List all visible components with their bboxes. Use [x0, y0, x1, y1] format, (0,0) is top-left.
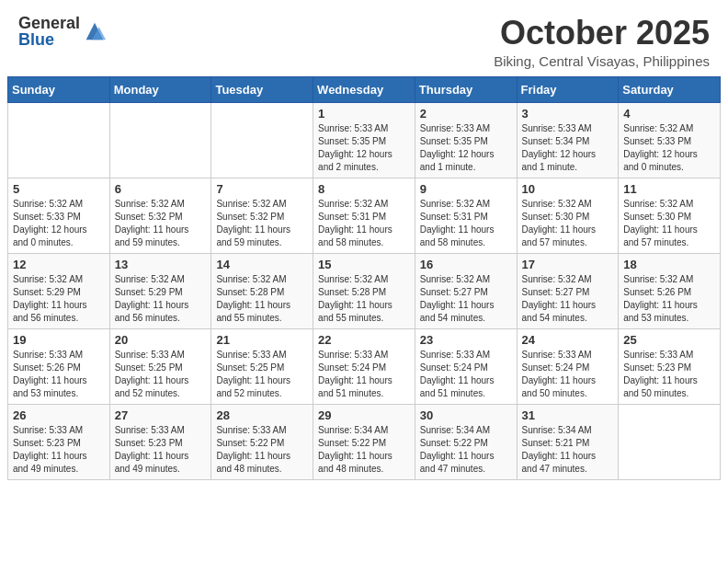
calendar-cell — [109, 102, 211, 178]
day-number: 22 — [318, 333, 410, 347]
cell-info: Sunrise: 5:33 AMSunset: 5:23 PMDaylight:… — [13, 424, 105, 476]
day-number: 1 — [318, 107, 410, 121]
day-number: 24 — [522, 333, 614, 347]
day-number: 11 — [623, 182, 715, 196]
day-number: 29 — [318, 408, 410, 422]
calendar-cell: 8Sunrise: 5:32 AMSunset: 5:31 PMDaylight… — [313, 178, 415, 253]
day-number: 10 — [522, 182, 614, 196]
location-title: Biking, Central Visayas, Philippines — [494, 53, 710, 69]
calendar-week-5: 26Sunrise: 5:33 AMSunset: 5:23 PMDayligh… — [8, 404, 721, 479]
weekday-header-wednesday: Wednesday — [313, 76, 415, 102]
calendar-cell — [619, 404, 721, 479]
cell-info: Sunrise: 5:33 AMSunset: 5:34 PMDaylight:… — [522, 122, 614, 174]
day-number: 30 — [420, 408, 512, 422]
calendar-cell: 16Sunrise: 5:32 AMSunset: 5:27 PMDayligh… — [415, 253, 517, 328]
calendar-cell: 17Sunrise: 5:32 AMSunset: 5:27 PMDayligh… — [517, 253, 619, 328]
day-number: 5 — [13, 182, 105, 196]
calendar-week-3: 12Sunrise: 5:32 AMSunset: 5:29 PMDayligh… — [8, 253, 721, 328]
cell-info: Sunrise: 5:32 AMSunset: 5:27 PMDaylight:… — [420, 273, 512, 325]
month-title: October 2025 — [494, 15, 710, 52]
day-number: 16 — [420, 258, 512, 271]
calendar-cell: 7Sunrise: 5:32 AMSunset: 5:32 PMDaylight… — [211, 178, 313, 253]
calendar-cell: 19Sunrise: 5:33 AMSunset: 5:26 PMDayligh… — [8, 328, 110, 404]
calendar-cell: 13Sunrise: 5:32 AMSunset: 5:29 PMDayligh… — [109, 253, 211, 328]
cell-info: Sunrise: 5:32 AMSunset: 5:32 PMDaylight:… — [115, 198, 207, 249]
title-block: October 2025 Biking, Central Visayas, Ph… — [494, 15, 710, 69]
calendar-cell: 3Sunrise: 5:33 AMSunset: 5:34 PMDaylight… — [517, 102, 619, 178]
calendar-cell: 18Sunrise: 5:32 AMSunset: 5:26 PMDayligh… — [619, 253, 721, 328]
cell-info: Sunrise: 5:32 AMSunset: 5:33 PMDaylight:… — [623, 122, 715, 174]
weekday-header-monday: Monday — [109, 76, 211, 102]
logo-blue-text: Blue — [18, 31, 80, 48]
day-number: 27 — [115, 408, 207, 422]
day-number: 25 — [623, 333, 715, 347]
calendar-cell: 30Sunrise: 5:34 AMSunset: 5:22 PMDayligh… — [415, 404, 517, 479]
cell-info: Sunrise: 5:33 AMSunset: 5:25 PMDaylight:… — [115, 349, 207, 400]
cell-info: Sunrise: 5:32 AMSunset: 5:28 PMDaylight:… — [318, 273, 410, 325]
calendar-week-4: 19Sunrise: 5:33 AMSunset: 5:26 PMDayligh… — [8, 328, 721, 404]
cell-info: Sunrise: 5:32 AMSunset: 5:30 PMDaylight:… — [623, 198, 715, 249]
calendar-table: SundayMondayTuesdayWednesdayThursdayFrid… — [7, 76, 721, 480]
day-number: 15 — [318, 258, 410, 271]
calendar-week-1: 1Sunrise: 5:33 AMSunset: 5:35 PMDaylight… — [8, 102, 721, 178]
cell-info: Sunrise: 5:32 AMSunset: 5:29 PMDaylight:… — [115, 273, 207, 325]
weekday-header-tuesday: Tuesday — [211, 76, 313, 102]
day-number: 26 — [13, 408, 105, 422]
day-number: 28 — [216, 408, 308, 422]
calendar-week-2: 5Sunrise: 5:32 AMSunset: 5:33 PMDaylight… — [8, 178, 721, 253]
calendar-cell — [8, 102, 110, 178]
cell-info: Sunrise: 5:34 AMSunset: 5:22 PMDaylight:… — [420, 424, 512, 476]
day-number: 3 — [522, 107, 614, 121]
calendar-cell: 12Sunrise: 5:32 AMSunset: 5:29 PMDayligh… — [8, 253, 110, 328]
calendar-cell: 6Sunrise: 5:32 AMSunset: 5:32 PMDaylight… — [109, 178, 211, 253]
calendar-cell: 20Sunrise: 5:33 AMSunset: 5:25 PMDayligh… — [109, 328, 211, 404]
weekday-header-saturday: Saturday — [619, 76, 721, 102]
day-number: 14 — [216, 258, 308, 271]
cell-info: Sunrise: 5:33 AMSunset: 5:35 PMDaylight:… — [318, 122, 410, 174]
day-number: 17 — [522, 258, 614, 271]
cell-info: Sunrise: 5:32 AMSunset: 5:31 PMDaylight:… — [318, 198, 410, 249]
day-number: 19 — [13, 333, 105, 347]
cell-info: Sunrise: 5:33 AMSunset: 5:24 PMDaylight:… — [318, 349, 410, 400]
cell-info: Sunrise: 5:34 AMSunset: 5:21 PMDaylight:… — [522, 424, 614, 476]
day-number: 6 — [115, 182, 207, 196]
weekday-header-friday: Friday — [517, 76, 619, 102]
day-number: 13 — [115, 258, 207, 271]
calendar-cell: 9Sunrise: 5:32 AMSunset: 5:31 PMDaylight… — [415, 178, 517, 253]
calendar-cell: 25Sunrise: 5:33 AMSunset: 5:23 PMDayligh… — [619, 328, 721, 404]
day-number: 18 — [623, 258, 715, 271]
calendar-cell: 15Sunrise: 5:32 AMSunset: 5:28 PMDayligh… — [313, 253, 415, 328]
calendar-cell: 5Sunrise: 5:32 AMSunset: 5:33 PMDaylight… — [8, 178, 110, 253]
page-header: General Blue October 2025 Biking, Centra… — [0, 0, 728, 76]
cell-info: Sunrise: 5:32 AMSunset: 5:30 PMDaylight:… — [522, 198, 614, 249]
cell-info: Sunrise: 5:33 AMSunset: 5:25 PMDaylight:… — [216, 349, 308, 400]
day-number: 31 — [522, 408, 614, 422]
calendar-cell: 10Sunrise: 5:32 AMSunset: 5:30 PMDayligh… — [517, 178, 619, 253]
cell-info: Sunrise: 5:33 AMSunset: 5:24 PMDaylight:… — [522, 349, 614, 400]
day-number: 9 — [420, 182, 512, 196]
calendar-cell — [211, 102, 313, 178]
cell-info: Sunrise: 5:32 AMSunset: 5:31 PMDaylight:… — [420, 198, 512, 249]
cell-info: Sunrise: 5:32 AMSunset: 5:33 PMDaylight:… — [13, 198, 105, 249]
calendar-cell: 27Sunrise: 5:33 AMSunset: 5:23 PMDayligh… — [109, 404, 211, 479]
cell-info: Sunrise: 5:33 AMSunset: 5:35 PMDaylight:… — [420, 122, 512, 174]
calendar-cell: 21Sunrise: 5:33 AMSunset: 5:25 PMDayligh… — [211, 328, 313, 404]
calendar-cell: 14Sunrise: 5:32 AMSunset: 5:28 PMDayligh… — [211, 253, 313, 328]
weekday-header-thursday: Thursday — [415, 76, 517, 102]
cell-info: Sunrise: 5:34 AMSunset: 5:22 PMDaylight:… — [318, 424, 410, 476]
day-number: 20 — [115, 333, 207, 347]
calendar-cell: 31Sunrise: 5:34 AMSunset: 5:21 PMDayligh… — [517, 404, 619, 479]
cell-info: Sunrise: 5:33 AMSunset: 5:26 PMDaylight:… — [13, 349, 105, 400]
day-number: 2 — [420, 107, 512, 121]
logo: General Blue — [18, 15, 108, 48]
calendar-cell: 26Sunrise: 5:33 AMSunset: 5:23 PMDayligh… — [8, 404, 110, 479]
calendar-cell: 1Sunrise: 5:33 AMSunset: 5:35 PMDaylight… — [313, 102, 415, 178]
calendar-cell: 23Sunrise: 5:33 AMSunset: 5:24 PMDayligh… — [415, 328, 517, 404]
calendar-cell: 28Sunrise: 5:33 AMSunset: 5:22 PMDayligh… — [211, 404, 313, 479]
day-number: 23 — [420, 333, 512, 347]
day-number: 21 — [216, 333, 308, 347]
calendar-cell: 11Sunrise: 5:32 AMSunset: 5:30 PMDayligh… — [619, 178, 721, 253]
day-number: 7 — [216, 182, 308, 196]
weekday-header-row: SundayMondayTuesdayWednesdayThursdayFrid… — [8, 76, 721, 102]
cell-info: Sunrise: 5:32 AMSunset: 5:28 PMDaylight:… — [216, 273, 308, 325]
